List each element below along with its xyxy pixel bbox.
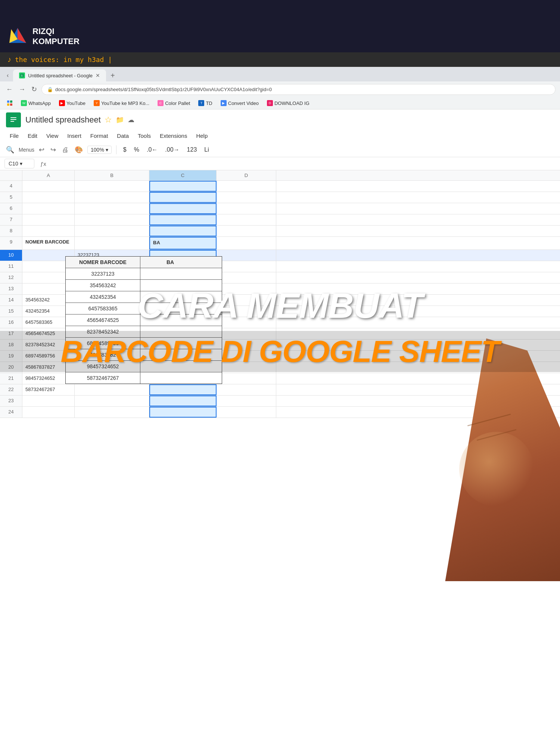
menu-format[interactable]: Format xyxy=(87,131,112,140)
svg-rect-10 xyxy=(10,117,16,118)
reload-button[interactable]: ↻ xyxy=(30,84,38,95)
menu-edit[interactable]: Edit xyxy=(24,131,41,140)
cell-d12[interactable] xyxy=(217,272,276,283)
menu-insert[interactable]: Insert xyxy=(63,131,85,140)
cell-b5[interactable] xyxy=(75,192,149,203)
cell-b9[interactable] xyxy=(75,237,149,249)
bookmark-td[interactable]: T TD xyxy=(195,99,215,108)
cell-d24[interactable] xyxy=(217,407,276,418)
cell-a5[interactable] xyxy=(22,192,75,203)
cell-a22[interactable]: 58732467267 xyxy=(22,384,75,395)
print-icon[interactable]: 🖨 xyxy=(60,145,70,155)
cell-a23[interactable] xyxy=(22,396,75,406)
col-header-c[interactable]: C xyxy=(149,170,217,180)
sheets-header: Untitled spreadsheet ☆ 📁 ☁ xyxy=(0,109,560,130)
svg-rect-7 xyxy=(7,103,9,106)
cell-a6[interactable] xyxy=(22,203,75,214)
cell-c7[interactable] xyxy=(149,214,217,225)
cell-d23[interactable] xyxy=(217,396,276,406)
cell-d11[interactable] xyxy=(217,261,276,272)
cell-d7[interactable] xyxy=(217,214,276,225)
cell-b23[interactable] xyxy=(75,396,149,406)
cell-a9[interactable]: NOMER BARCODE xyxy=(22,237,75,249)
cell-c8[interactable] xyxy=(149,226,217,236)
toolbar-menus-label: Menus xyxy=(19,147,34,153)
cell-a24[interactable] xyxy=(22,407,75,418)
number-format-button[interactable]: 123 xyxy=(185,145,199,155)
menu-extensions[interactable]: Extensions xyxy=(156,131,191,140)
cell-d9[interactable] xyxy=(217,237,276,249)
tab-close-button[interactable]: ✕ xyxy=(96,72,100,78)
table-col-ba-header: BA xyxy=(140,257,200,268)
cell-c9[interactable]: BA xyxy=(149,237,217,249)
browser-chrome: ‹ S Untitled spreadsheet - Google ✕ + ← … xyxy=(0,67,560,109)
cell-d6[interactable] xyxy=(217,203,276,214)
cell-c5[interactable] xyxy=(149,192,217,203)
browser-tab[interactable]: S Untitled spreadsheet - Google ✕ xyxy=(13,69,106,81)
redo-icon[interactable]: ↪ xyxy=(49,144,57,155)
menu-file[interactable]: File xyxy=(6,131,22,140)
percent-button[interactable]: % xyxy=(132,145,141,155)
address-bar: ← → ↻ 🔒 docs.google.com/spreadsheets/d/1… xyxy=(0,81,560,97)
lock-icon: 🔒 xyxy=(47,87,53,92)
cell-b4[interactable] xyxy=(75,181,149,192)
folder-icon[interactable]: 📁 xyxy=(116,116,124,124)
cell-d21[interactable] xyxy=(217,373,276,384)
bookmark-whatsapp[interactable]: W WhatsApp xyxy=(18,99,54,108)
cell-d8[interactable] xyxy=(217,226,276,236)
formula-bar: C10 ▾ ƒx xyxy=(0,157,560,170)
cell-d22[interactable] xyxy=(217,384,276,395)
back-button[interactable]: ← xyxy=(4,84,14,95)
sheets-app: Untitled spreadsheet ☆ 📁 ☁ File Edit Vie… xyxy=(0,109,560,747)
currency-button[interactable]: $ xyxy=(121,145,129,155)
bookmark-download[interactable]: D DOWNLOAD IG xyxy=(264,99,312,108)
search-icon[interactable]: 🔍 xyxy=(4,144,16,155)
cell-d10[interactable] xyxy=(217,250,276,261)
decimal-decrease-button[interactable]: .0← xyxy=(144,145,160,155)
title-line2: BARCODE DI GOOGLE SHEET xyxy=(0,335,560,368)
menu-help[interactable]: Help xyxy=(192,131,211,140)
cell-c23[interactable] xyxy=(149,396,217,406)
cell-a4[interactable] xyxy=(22,181,75,192)
menu-data[interactable]: Data xyxy=(113,131,133,140)
row-number-7: 7 xyxy=(0,214,22,225)
tab-back-button[interactable]: ‹ xyxy=(4,71,12,80)
font-button[interactable]: Li xyxy=(202,145,211,155)
forward-button[interactable]: → xyxy=(17,84,27,95)
svg-rect-6 xyxy=(10,100,12,103)
svg-rect-12 xyxy=(10,121,14,122)
bookmark-ytmp3[interactable]: Y YouTube ke MP3 Ko... xyxy=(91,99,152,108)
cell-d4[interactable] xyxy=(217,181,276,192)
new-tab-button[interactable]: + xyxy=(108,70,118,81)
bookmark-youtube[interactable]: ▶ YouTube xyxy=(56,99,88,108)
music-bar: ♪ the voices: in my h3ad | xyxy=(0,52,560,67)
cell-c24[interactable] xyxy=(149,407,217,418)
cell-b24[interactable] xyxy=(75,407,149,418)
bookmarks-bar-apps[interactable] xyxy=(4,99,16,108)
cell-reference[interactable]: C10 ▾ xyxy=(4,159,34,168)
row-number-23: 23 xyxy=(0,396,22,406)
cell-d5[interactable] xyxy=(217,192,276,203)
cell-c6[interactable] xyxy=(149,203,217,214)
undo-icon[interactable]: ↩ xyxy=(37,144,46,155)
cell-a8[interactable] xyxy=(22,226,75,236)
zoom-control[interactable]: 100% ▾ xyxy=(87,146,112,154)
url-text: docs.google.com/spreadsheets/d/1SfNoxq05… xyxy=(55,87,272,92)
cell-b6[interactable] xyxy=(75,203,149,214)
menu-tools[interactable]: Tools xyxy=(134,131,155,140)
cell-b7[interactable] xyxy=(75,214,149,225)
cell-c22[interactable] xyxy=(149,384,217,395)
menu-view[interactable]: View xyxy=(43,131,62,140)
cell-c4[interactable] xyxy=(149,181,217,192)
bookmark-convert[interactable]: ▶ Convert Video xyxy=(218,99,262,108)
table-header-row: NOMER BARCODE BA xyxy=(66,257,222,268)
url-bar[interactable]: 🔒 docs.google.com/spreadsheets/d/1SfNoxq… xyxy=(41,84,556,95)
barcode-value-10: 58732467267 xyxy=(66,372,140,384)
cell-b22[interactable] xyxy=(75,384,149,395)
cell-a7[interactable] xyxy=(22,214,75,225)
decimal-increase-button[interactable]: .00→ xyxy=(163,145,181,155)
format-paint-icon[interactable]: 🎨 xyxy=(73,144,84,155)
star-icon[interactable]: ☆ xyxy=(105,115,112,125)
bookmark-colorpallet[interactable]: C Color Pallet xyxy=(155,99,193,108)
cell-b8[interactable] xyxy=(75,226,149,236)
